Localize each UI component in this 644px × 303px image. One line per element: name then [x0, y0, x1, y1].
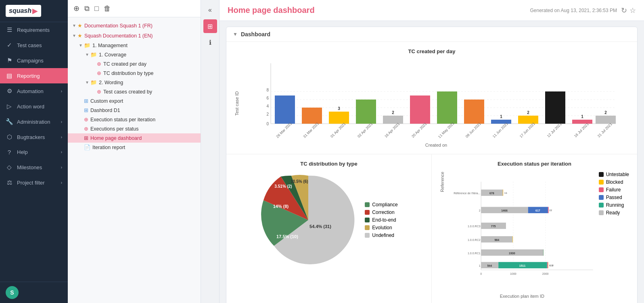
tree-wording[interactable]: ▼ 📁 2. Wording: [68, 78, 201, 87]
testcases-icon: ✓: [6, 42, 13, 49]
sidebar-item-requirements[interactable]: ☰ Requirements: [0, 22, 68, 37]
projectfilter-icon: ⚖: [6, 179, 13, 186]
bar-7: [437, 91, 457, 124]
pie-chart-title: TC distribution by type: [234, 161, 423, 167]
svg-text:1: 1: [479, 264, 481, 267]
dashboard-icon-selected: ⊞: [84, 135, 88, 141]
sidebar-item-milestones[interactable]: ◇ Milestones ›: [0, 160, 68, 175]
generated-label: Generated on Aug 13, 2021, 2:36:53 PM: [530, 8, 617, 13]
sidebar-item-actionword[interactable]: ▷ Action word: [0, 99, 68, 114]
exec-chart-bars: 0 1000 2000 Référence de l'itéra...: [450, 172, 595, 299]
exec-row6-fail: [547, 262, 548, 268]
tree-testcases-created[interactable]: ⊕ Test cases created by: [68, 87, 201, 96]
legend-blocked: Blocked: [599, 179, 629, 185]
svg-text:2: 2: [392, 110, 394, 115]
refresh-button[interactable]: ↻: [621, 6, 627, 15]
dashboard-icon-1: ⊞: [84, 107, 88, 113]
wording-toggle: ▼: [84, 80, 90, 85]
info-button[interactable]: ℹ: [203, 35, 217, 49]
favorite-button[interactable]: ☆: [629, 6, 636, 15]
chart-icon-2: ⊕: [97, 70, 101, 76]
help-arrow: ›: [61, 150, 62, 154]
bar-10: [518, 116, 538, 124]
bar-1: [275, 95, 295, 124]
svg-text:3: 3: [338, 106, 340, 111]
tree-home-dashboard[interactable]: ⊞ Home page dashboard: [68, 133, 201, 143]
sidebar-item-administration[interactable]: 🔧 Administration ›: [0, 114, 68, 129]
svg-text:2: 2: [266, 112, 269, 116]
bar-chart-inner: 0 2 4 6 8: [243, 59, 629, 147]
legend-end-to-end: End-to-end: [365, 217, 397, 223]
legend-passed: Passed: [599, 195, 629, 200]
bar-6: [410, 95, 430, 124]
exec-chart-area: Reference 0 1000 2000: [440, 172, 629, 299]
sidebar: squash ▶ ☰ Requirements ✓ Test cases ⚑ C…: [0, 0, 68, 303]
svg-text:7: 7: [419, 90, 421, 95]
svg-text:544: 544: [487, 264, 492, 267]
svg-text:0: 0: [266, 122, 269, 126]
tree-tc-distribution[interactable]: ⊕ TC distribution by type: [68, 68, 201, 78]
exec-x-label: Execution plan item ID: [450, 294, 595, 299]
tree-iteration-report[interactable]: 📄 Iteration report: [68, 143, 201, 152]
legend-running: Running: [599, 202, 629, 208]
section-header[interactable]: ▼ Dashboard: [226, 27, 637, 42]
sidebar-item-reporting[interactable]: ▤ Reporting: [0, 68, 68, 83]
svg-text:8: 8: [554, 86, 556, 91]
svg-text:02 Apr 2021: 02 Apr 2021: [357, 122, 373, 138]
tree-dashboard-d1[interactable]: ⊞ Dashbord D1: [68, 106, 201, 115]
pie-legend: Compliance Correction End-to-end: [365, 202, 397, 238]
chart-icon-4: ⊕: [84, 116, 88, 122]
svg-text:4: 4: [266, 104, 269, 108]
tree-coverage[interactable]: ▼ 📁 1. Coverage: [68, 50, 201, 59]
bar-3: [329, 112, 349, 124]
untestable-dot: [599, 172, 604, 177]
tree-tc-created[interactable]: ⊕ TC created per day: [68, 59, 201, 68]
project-1-label: Documentation Squash 1 (FR): [84, 23, 153, 29]
svg-text:7: 7: [284, 90, 286, 95]
administration-arrow: ›: [61, 120, 62, 124]
legend-correction: Correction: [365, 210, 397, 215]
tree-exec-status[interactable]: ⊕ Execution status per iteration: [68, 115, 201, 124]
svg-text:1511: 1511: [519, 264, 526, 267]
bar-9: [491, 120, 511, 124]
tree-project-2[interactable]: ▼ ★ Squash Documentation 1 (EN): [68, 31, 201, 41]
sidebar-item-bugtrackers[interactable]: ⬡ Bugtrackers ›: [0, 129, 68, 145]
svg-text:1.0.0.RC1: 1.0.0.RC1: [468, 252, 481, 255]
sidebar-item-help[interactable]: ? Help ›: [0, 145, 68, 160]
requirements-icon: ☰: [6, 26, 13, 33]
sidebar-bottom: S: [0, 282, 68, 303]
tree-exec-per-status[interactable]: ⊕ Executions per status: [68, 124, 201, 133]
tree-panel: ⊕ ⧉ □ 🗑 ▼ ★ Documentation Squash 1 (FR) …: [68, 0, 201, 303]
svg-text:16 Jul 2021: 16 Jul 2021: [573, 122, 590, 138]
bar-12: [572, 120, 592, 124]
svg-text:21 Jul 2021: 21 Jul 2021: [597, 122, 613, 138]
svg-text:17 Jun 2021: 17 Jun 2021: [519, 122, 536, 139]
legend-ready: Ready: [599, 210, 629, 216]
collapse-panel-button[interactable]: «: [203, 3, 217, 17]
tree-delete-button[interactable]: 🗑: [103, 4, 112, 14]
sidebar-item-projectfilter[interactable]: ⚖ Project filter ›: [0, 175, 68, 190]
svg-text:26 Mar 2021: 26 Mar 2021: [275, 121, 293, 139]
svg-text:1.0.0.RC3: 1.0.0.RC3: [468, 225, 481, 228]
tree-copy-button[interactable]: ⧉: [84, 4, 90, 14]
exec-y-axis-label: Reference: [440, 172, 445, 192]
tree-custom-export[interactable]: ⊞ Custom export: [68, 96, 201, 106]
avatar[interactable]: S: [6, 286, 19, 299]
bar-chart-title: TC created per day: [234, 48, 629, 54]
dashboard-area: ▼ Dashboard TC created per day Test case…: [220, 21, 644, 303]
grid-view-button[interactable]: ⊞: [203, 19, 217, 33]
sidebar-item-testcases[interactable]: ✓ Test cases: [0, 37, 68, 53]
svg-text:4: 4: [311, 102, 313, 107]
exec-row4-blocked: [512, 236, 513, 243]
tree-paste-button[interactable]: □: [94, 4, 100, 14]
bar-chart-wrapper: Test case ID 0 2 4 6 8: [234, 59, 629, 147]
tree-project-1[interactable]: ▼ ★ Documentation Squash 1 (FR): [68, 21, 201, 31]
campaigns-icon: ⚑: [6, 57, 13, 64]
star-icon-1: ★: [77, 23, 82, 29]
sidebar-item-campaigns[interactable]: ⚑ Campaigns: [0, 53, 68, 68]
milestones-icon: ◇: [6, 164, 13, 171]
sidebar-item-automation[interactable]: ⚙ Automation ›: [0, 83, 68, 99]
tree-management[interactable]: ▼ 📁 1. Management: [68, 41, 201, 50]
pie-chart-section: TC distribution by type: [226, 154, 432, 303]
tree-add-button[interactable]: ⊕: [73, 3, 80, 14]
